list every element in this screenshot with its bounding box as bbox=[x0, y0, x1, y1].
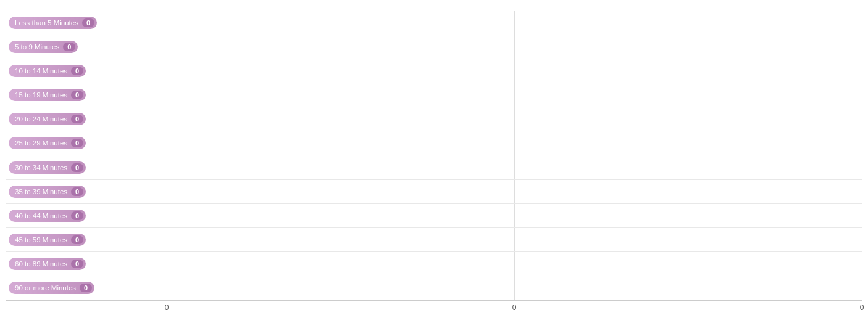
bar-row: 40 to 44 Minutes0 bbox=[6, 204, 862, 228]
bar-label-text: 20 to 24 Minutes bbox=[15, 115, 67, 123]
grid-line bbox=[514, 131, 515, 155]
grid-line bbox=[514, 252, 515, 276]
grid-line bbox=[167, 107, 167, 131]
bar-value-badge: 0 bbox=[80, 284, 92, 292]
grid-line bbox=[514, 35, 515, 59]
grid-line bbox=[167, 228, 167, 251]
bar-row: 5 to 9 Minutes0 bbox=[6, 35, 862, 59]
bar-row: 20 to 24 Minutes0 bbox=[6, 107, 862, 131]
grid-line bbox=[514, 83, 515, 107]
bar-label-pill: 15 to 19 Minutes0 bbox=[9, 89, 86, 101]
bar-label-pill: 60 to 89 Minutes0 bbox=[9, 258, 86, 270]
bar-value-badge: 0 bbox=[71, 91, 83, 99]
grid-line bbox=[862, 107, 862, 131]
grid-line bbox=[167, 276, 167, 300]
grid-line bbox=[514, 59, 515, 83]
bar-value-badge: 0 bbox=[71, 260, 83, 268]
grid-line bbox=[862, 131, 862, 155]
bar-row: 45 to 59 Minutes0 bbox=[6, 228, 862, 252]
grid-line bbox=[167, 11, 167, 35]
bar-value-badge: 0 bbox=[71, 67, 83, 75]
bar-label-pill: 25 to 29 Minutes0 bbox=[9, 137, 86, 149]
bar-value-badge: 0 bbox=[71, 115, 83, 123]
bar-label-text: 25 to 29 Minutes bbox=[15, 139, 67, 147]
bar-row: 15 to 19 Minutes0 bbox=[6, 83, 862, 107]
grid-line bbox=[862, 59, 862, 83]
grid-line bbox=[167, 252, 167, 276]
grid-line bbox=[514, 107, 515, 131]
grid-line bbox=[167, 180, 167, 203]
bar-value-badge: 0 bbox=[71, 235, 83, 244]
bar-label-pill: 5 to 9 Minutes0 bbox=[9, 41, 78, 53]
bar-label-text: 10 to 14 Minutes bbox=[15, 67, 67, 75]
bar-label-text: Less than 5 Minutes bbox=[15, 19, 78, 27]
x-axis-label: 0 bbox=[512, 303, 517, 312]
grid-line bbox=[862, 276, 862, 300]
bar-value-badge: 0 bbox=[82, 18, 94, 27]
bar-label-text: 15 to 19 Minutes bbox=[15, 91, 67, 99]
grid-line bbox=[167, 59, 167, 83]
bar-label-pill: 90 or more Minutes0 bbox=[9, 282, 94, 294]
bar-label-text: 60 to 89 Minutes bbox=[15, 260, 67, 268]
bar-label-text: 45 to 59 Minutes bbox=[15, 236, 67, 243]
bar-label-text: 40 to 44 Minutes bbox=[15, 212, 67, 219]
grid-line bbox=[514, 11, 515, 35]
bar-row: Less than 5 Minutes0 bbox=[6, 11, 862, 35]
grid-line bbox=[514, 155, 515, 179]
grid-line bbox=[167, 204, 167, 227]
bar-value-badge: 0 bbox=[71, 211, 83, 220]
grid-line bbox=[862, 35, 862, 59]
full-chart: Less than 5 Minutes05 to 9 Minutes010 to… bbox=[6, 11, 862, 303]
bar-row: 10 to 14 Minutes0 bbox=[6, 59, 862, 83]
grid-line bbox=[514, 228, 515, 251]
rows-container: Less than 5 Minutes05 to 9 Minutes010 to… bbox=[6, 11, 862, 300]
bar-row: 90 or more Minutes0 bbox=[6, 276, 862, 300]
bar-label-pill: 10 to 14 Minutes0 bbox=[9, 65, 86, 77]
bar-label-text: 90 or more Minutes bbox=[15, 284, 76, 292]
grid-line bbox=[862, 11, 862, 35]
grid-line bbox=[862, 252, 862, 276]
chart-container: Less than 5 Minutes05 to 9 Minutes010 to… bbox=[0, 0, 868, 323]
grid-line bbox=[862, 83, 862, 107]
grid-line bbox=[167, 131, 167, 155]
bar-value-badge: 0 bbox=[71, 139, 83, 147]
bar-value-badge: 0 bbox=[63, 43, 75, 51]
grid-line bbox=[514, 180, 515, 203]
bar-row: 25 to 29 Minutes0 bbox=[6, 131, 862, 155]
grid-line bbox=[514, 204, 515, 227]
grid-line bbox=[862, 155, 862, 179]
bar-label-pill: Less than 5 Minutes0 bbox=[9, 17, 97, 29]
bar-label-text: 5 to 9 Minutes bbox=[15, 43, 59, 51]
bar-label-pill: 30 to 34 Minutes0 bbox=[9, 162, 86, 174]
bar-row: 30 to 34 Minutes0 bbox=[6, 155, 862, 179]
bar-row: 35 to 39 Minutes0 bbox=[6, 180, 862, 204]
grid-line bbox=[862, 204, 862, 227]
bar-label-pill: 20 to 24 Minutes0 bbox=[9, 113, 86, 125]
grid-line bbox=[167, 155, 167, 179]
bar-value-badge: 0 bbox=[71, 163, 83, 172]
grid-line bbox=[862, 180, 862, 203]
bar-label-pill: 40 to 44 Minutes0 bbox=[9, 210, 86, 222]
bar-label-text: 35 to 39 Minutes bbox=[15, 188, 67, 195]
grid-line bbox=[862, 228, 862, 251]
bar-label-pill: 45 to 59 Minutes0 bbox=[9, 234, 86, 246]
x-axis-label: 0 bbox=[165, 303, 169, 312]
grid-line bbox=[167, 83, 167, 107]
bar-label-pill: 35 to 39 Minutes0 bbox=[9, 186, 86, 198]
x-axis: 000 bbox=[6, 300, 862, 303]
bar-value-badge: 0 bbox=[71, 187, 83, 196]
bar-row: 60 to 89 Minutes0 bbox=[6, 252, 862, 276]
grid-line bbox=[514, 276, 515, 300]
grid-line bbox=[167, 35, 167, 59]
bar-label-text: 30 to 34 Minutes bbox=[15, 164, 67, 171]
x-axis-label: 0 bbox=[860, 303, 864, 312]
